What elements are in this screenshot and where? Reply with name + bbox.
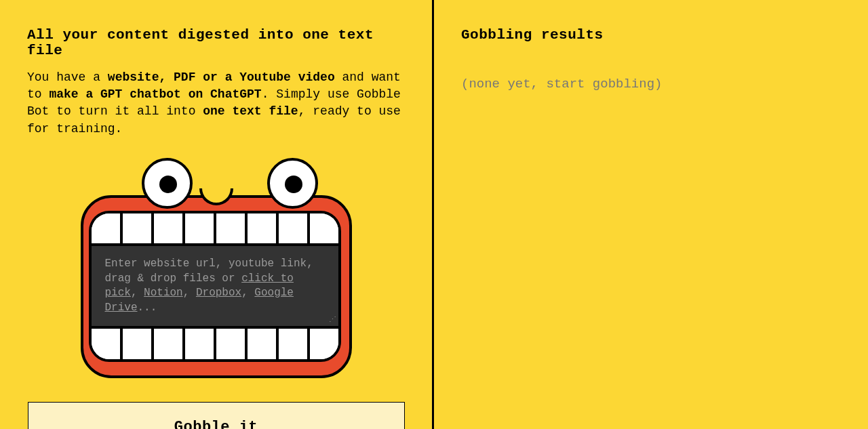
monster-eye-left-icon [142,158,193,209]
description: You have a website, PDF or a Youtube vid… [27,69,405,138]
placeholder-suffix: ... [138,302,157,314]
monster-illustration: Enter website url, youtube link, drag & … [27,158,405,382]
monster-eye-right-icon [267,158,318,209]
placeholder-sep: , [241,287,254,299]
page-title: All your content digested into one text … [27,27,405,58]
teeth-bottom-icon [92,326,338,359]
desc-bold-goal: make a GPT chatbot on ChatGPT [49,87,261,101]
input-placeholder: Enter website url, youtube link, drag & … [105,257,325,315]
gobble-it-button[interactable]: Gobble it [28,402,405,429]
results-heading: Gobbling results [461,27,841,43]
right-panel: Gobbling results (none yet, start gobbli… [434,0,868,429]
placeholder-sep: , [131,287,144,299]
desc-bold-output: one text file [203,104,298,118]
desc-bold-sources: website, PDF or a Youtube video [108,70,335,84]
notion-link[interactable]: Notion [144,287,183,299]
desc-text: You have a [27,70,108,84]
monster-mouth: Enter website url, youtube link, drag & … [89,211,341,362]
placeholder-sep: , [183,287,196,299]
results-empty-state: (none yet, start gobbling) [461,77,841,91]
content-input-dropzone[interactable]: Enter website url, youtube link, drag & … [92,246,338,326]
dropbox-link[interactable]: Dropbox [196,287,241,299]
left-panel: All your content digested into one text … [0,0,434,429]
resize-handle-icon[interactable]: ⋰ [329,316,337,325]
teeth-top-icon [92,213,338,246]
